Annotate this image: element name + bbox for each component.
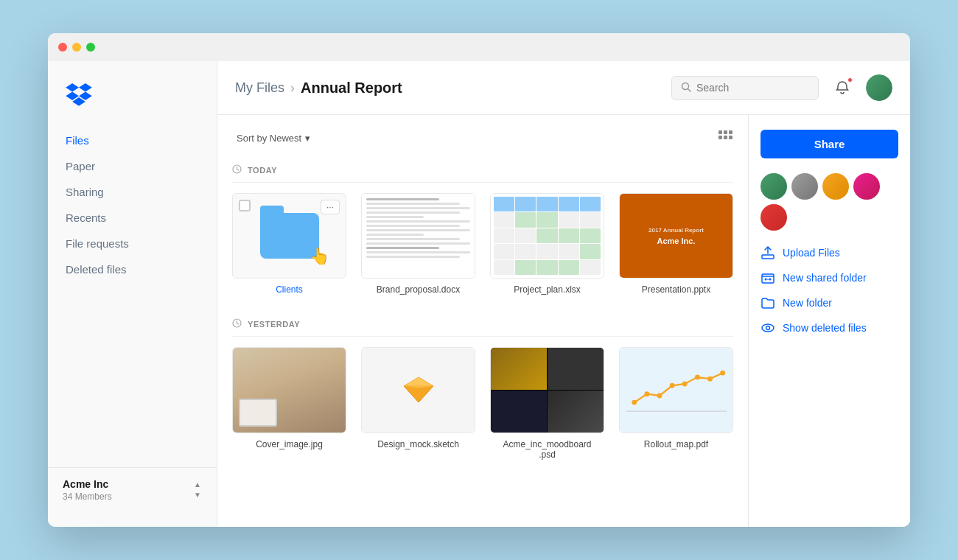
- file-name: Acme_inc_moodboard .psd: [503, 439, 591, 460]
- doc-line: [366, 229, 470, 231]
- sidebar-item-paper[interactable]: Paper: [48, 153, 217, 179]
- sidebar-footer: Acme Inc 34 Members ▲ ▼: [48, 467, 217, 512]
- minimize-button[interactable]: [72, 43, 81, 52]
- avatar: [761, 204, 787, 231]
- doc-line: [366, 207, 470, 209]
- avatar: [761, 173, 787, 200]
- svg-point-16: [657, 393, 662, 399]
- content-area: My Files › Annual Report: [217, 61, 910, 527]
- panel-actions: Upload Files: [761, 245, 898, 335]
- new-folder-label: New folder: [783, 297, 832, 309]
- app-window: Files Paper Sharing Recents File request…: [48, 33, 910, 527]
- svg-point-24: [765, 279, 767, 281]
- file-item[interactable]: Design_mock.sketch: [361, 347, 475, 459]
- svg-point-21: [720, 371, 725, 376]
- file-item[interactable]: ··· 👆 Clients: [232, 193, 346, 295]
- file-item[interactable]: 2017 Annual Report Acme Inc. Presentatio…: [619, 193, 733, 295]
- sidebar-footer-controls: ▲ ▼: [193, 480, 202, 500]
- maximize-button[interactable]: [86, 43, 95, 52]
- file-area: Sort by Newest ▾: [217, 115, 748, 527]
- section-yesterday-label: YESTERDAY: [248, 320, 300, 329]
- sort-bar: Sort by Newest ▾: [232, 127, 733, 150]
- new-shared-folder-action[interactable]: New shared folder: [761, 270, 898, 285]
- image-preview: [233, 348, 346, 432]
- file-item[interactable]: Cover_image.jpg: [232, 347, 346, 459]
- section-today: TODAY: [232, 158, 733, 183]
- new-folder-action[interactable]: New folder: [761, 295, 898, 310]
- svg-point-25: [769, 279, 772, 281]
- doc-line: [366, 238, 460, 240]
- title-bar: [48, 33, 910, 61]
- sort-label: Sort by Newest: [237, 133, 301, 144]
- doc-line: [366, 211, 460, 214]
- moodboard-preview: [491, 348, 604, 432]
- file-item[interactable]: Project_plan.xlsx: [490, 193, 604, 295]
- file-name: Project_plan.xlsx: [514, 284, 581, 295]
- sketch-diamond-icon: [402, 376, 435, 404]
- file-thumbnail: [490, 193, 604, 279]
- svg-rect-23: [762, 274, 774, 283]
- file-item[interactable]: Rollout_map.pdf: [619, 347, 733, 459]
- user-avatar-button[interactable]: [866, 74, 892, 101]
- doc-line: [366, 242, 470, 245]
- search-input[interactable]: [696, 82, 809, 94]
- upload-files-action[interactable]: Upload Files: [761, 245, 898, 260]
- file-thumbnail: 2017 Annual Report Acme Inc.: [619, 193, 733, 279]
- sort-chevron-icon: ▾: [305, 133, 310, 144]
- svg-point-27: [766, 326, 770, 330]
- svg-rect-7: [729, 136, 733, 139]
- sidebar-item-recents[interactable]: Recents: [48, 205, 217, 231]
- file-item[interactable]: Brand_proposal.docx: [361, 193, 475, 295]
- show-deleted-files-action[interactable]: Show deleted files: [761, 321, 898, 335]
- svg-line-1: [688, 88, 691, 91]
- breadcrumb-parent[interactable]: My Files: [235, 80, 284, 96]
- breadcrumb-separator: ›: [290, 80, 295, 96]
- file-name: Clients: [276, 284, 303, 295]
- section-today-label: TODAY: [248, 166, 277, 175]
- file-name: Cover_image.jpg: [256, 439, 323, 449]
- clock-icon: [232, 164, 242, 176]
- svg-rect-5: [718, 136, 722, 139]
- sidebar-item-file-requests[interactable]: File requests: [48, 231, 217, 256]
- breadcrumb-current: Annual Report: [301, 80, 402, 97]
- chevron-down-button[interactable]: ▼: [193, 491, 202, 500]
- doc-line: [366, 220, 470, 223]
- sort-button[interactable]: Sort by Newest ▾: [232, 130, 315, 147]
- doc-line: [366, 225, 460, 227]
- sidebar-item-files[interactable]: Files: [48, 127, 217, 153]
- notifications-button[interactable]: [829, 74, 856, 101]
- svg-rect-13: [626, 411, 727, 412]
- search-box[interactable]: [671, 76, 819, 100]
- chevron-up-button[interactable]: ▲: [193, 480, 202, 489]
- ppt-year: 2017 Annual Report: [648, 227, 704, 234]
- sidebar: Files Paper Sharing Recents File request…: [48, 61, 217, 527]
- doc-line: [366, 234, 424, 236]
- logo-area: [48, 76, 217, 127]
- doc-line: [366, 251, 470, 253]
- svg-point-18: [682, 382, 687, 387]
- main-layout: Files Paper Sharing Recents File request…: [48, 61, 910, 527]
- eye-icon: [761, 321, 775, 335]
- folder-icon: [233, 194, 346, 278]
- sidebar-item-sharing[interactable]: Sharing: [48, 179, 217, 205]
- folder-body: [260, 213, 319, 259]
- close-button[interactable]: [58, 43, 67, 52]
- new-shared-folder-label: New shared folder: [783, 272, 867, 284]
- folder-icon: [761, 295, 775, 310]
- svg-point-17: [669, 383, 674, 388]
- svg-point-20: [707, 377, 713, 382]
- sidebar-item-deleted-files[interactable]: Deleted files: [48, 256, 217, 282]
- svg-rect-6: [724, 136, 727, 139]
- file-name: Design_mock.sketch: [377, 439, 459, 449]
- share-button[interactable]: Share: [761, 130, 898, 158]
- user-avatar: [866, 74, 892, 101]
- dropbox-logo: [66, 83, 92, 107]
- svg-point-14: [632, 400, 637, 405]
- view-toggle-button[interactable]: [718, 130, 733, 146]
- svg-rect-4: [729, 130, 733, 134]
- org-name: Acme Inc: [63, 478, 112, 490]
- file-item[interactable]: Acme_inc_moodboard .psd: [490, 347, 604, 459]
- avatar: [853, 173, 880, 200]
- search-icon: [681, 82, 691, 94]
- svg-point-19: [695, 375, 700, 380]
